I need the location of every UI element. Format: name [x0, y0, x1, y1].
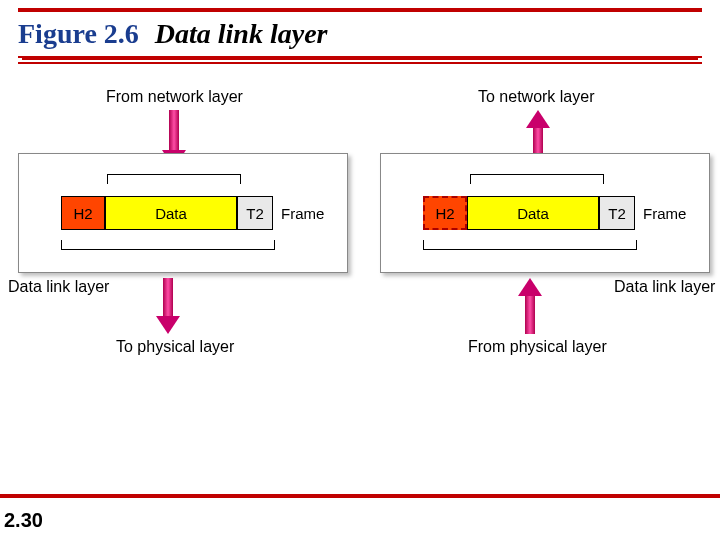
bracket-top-left — [107, 174, 241, 184]
figure-number: Figure 2.6 — [18, 18, 139, 49]
footer-rule — [0, 494, 720, 498]
seg-h2-left: H2 — [61, 196, 105, 230]
label-to-physical: To physical layer — [116, 338, 234, 356]
bracket-top-right — [470, 174, 604, 184]
diagram-content: From network layer H2 Data T2 Frame Data… — [18, 88, 702, 418]
frame-left: H2 Data T2 Frame — [61, 196, 324, 230]
seg-h2-right: H2 — [423, 196, 467, 230]
label-to-network: To network layer — [478, 88, 595, 106]
frame-right: H2 Data T2 Frame — [423, 196, 686, 230]
bracket-bottom-left — [61, 240, 275, 250]
label-data-link-right: Data link layer — [614, 278, 715, 296]
label-from-network: From network layer — [106, 88, 243, 106]
frame-label-right: Frame — [643, 205, 686, 222]
seg-data-left: Data — [105, 196, 237, 230]
seg-data-right: Data — [467, 196, 599, 230]
seg-t2-right: T2 — [599, 196, 635, 230]
label-from-physical: From physical layer — [468, 338, 607, 356]
figure-title: Data link layer — [155, 18, 328, 49]
label-data-link-left: Data link layer — [8, 278, 109, 296]
seg-t2-left: T2 — [237, 196, 273, 230]
figure-title-bar: Figure 2.6 Data link layer — [18, 8, 702, 58]
bracket-bottom-right — [423, 240, 637, 250]
page-number: 2.30 — [4, 509, 43, 532]
frame-label-left: Frame — [281, 205, 324, 222]
